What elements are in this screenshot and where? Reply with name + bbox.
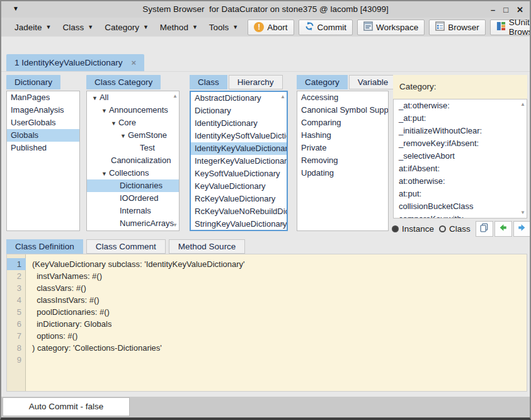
tab-dictionary[interactable]: Dictionary [6, 75, 60, 89]
code-line[interactable]: 5 poolDictionaries: #() [7, 306, 527, 318]
list-item[interactable]: Updating [297, 167, 388, 179]
scroll-down-icon[interactable]: ▼ [280, 222, 285, 228]
expand-arrow-icon[interactable]: ▼ [120, 130, 126, 142]
class-definition-editor[interactable]: 1 (KeyValueDictionary subclass: 'Identit… [6, 254, 527, 392]
method-item[interactable]: at:ifAbsent: [394, 162, 527, 175]
editor-tabs: Class Definition Class Comment Method So… [6, 237, 245, 254]
category-list: Accessing Canonical Symbol Support Compa… [297, 91, 389, 231]
menu-jadeite[interactable]: Jadeite ▼ [9, 18, 57, 37]
list-item[interactable]: Accessing [297, 91, 388, 104]
list-item[interactable]: Hashing [297, 129, 388, 142]
scroll-down-icon[interactable]: ▼ [520, 210, 525, 216]
list-item[interactable]: KeyValueDictionary [191, 180, 287, 193]
method-item[interactable]: at:put: [394, 188, 527, 200]
tree-item[interactable]: ▼Core [87, 116, 179, 129]
expand-arrow-icon[interactable]: ▼ [101, 105, 107, 116]
tab-class-category[interactable]: Class Category [86, 75, 161, 89]
forward-button[interactable] [513, 221, 531, 237]
code-line[interactable]: 8 ) category: 'Collections-Dictionaries' [7, 342, 527, 354]
scroll-up-icon[interactable]: ▲ [173, 93, 178, 99]
scroll-down-icon[interactable]: ▼ [173, 222, 178, 229]
list-item[interactable]: UserGlobals [7, 116, 79, 129]
list-item[interactable]: IdentityKeySoftValueDictionary [191, 130, 287, 142]
minimize-button[interactable]: – [491, 5, 495, 14]
list-item[interactable]: Canonical Symbol Support [297, 104, 388, 116]
method-item[interactable]: collisionBucketClass [394, 200, 527, 213]
browser-button[interactable]: Browser [429, 20, 486, 35]
browser-tab-identitykeyvaluedictionary[interactable]: 1 IdentityKeyValueDictionary × [6, 54, 144, 71]
sunit-browser-button[interactable]: SUnit Browser [490, 20, 531, 35]
menu-class[interactable]: Class ▼ [57, 18, 99, 37]
tab-variable[interactable]: Variable [349, 75, 397, 89]
code-line[interactable]: 4 classInstVars: #() [7, 294, 527, 306]
list-item[interactable]: ManPages [7, 91, 79, 104]
method-item[interactable]: _removeKey:ifAbsent: [394, 137, 527, 150]
tree-item[interactable]: ▼GemStone [87, 129, 179, 142]
tree-item-selected[interactable]: Dictionaries [87, 179, 179, 192]
code-line[interactable]: 1 (KeyValueDictionary subclass: 'Identit… [7, 258, 527, 270]
method-item[interactable]: compareKey:with: [394, 213, 527, 219]
line-number: 3 [7, 282, 26, 294]
close-button[interactable]: ✕ [517, 5, 523, 14]
code-line[interactable]: 7 options: #() [7, 330, 527, 342]
copy-button[interactable] [476, 221, 493, 237]
instance-radio[interactable] [392, 225, 399, 232]
maximize-button[interactable]: □ [503, 5, 508, 14]
code-line[interactable]: 2 instVarNames: #() [7, 270, 527, 282]
tree-item[interactable]: IOOrdered [87, 192, 179, 205]
list-item[interactable]: Removing [297, 154, 388, 167]
workspace-button[interactable]: Workspace [357, 20, 425, 35]
line-number: 7 [7, 330, 26, 342]
method-item[interactable]: _initializeWithoutClear: [394, 125, 527, 137]
abort-button[interactable]: ! Abort [248, 20, 294, 35]
list-item[interactable]: IdentityDictionary [191, 117, 287, 130]
tree-item[interactable]: ▼Collections [87, 167, 179, 179]
tree-item[interactable]: Test [87, 142, 179, 154]
tree-item[interactable]: Internals [87, 205, 179, 217]
list-item[interactable]: RcKeyValueDictionary [191, 193, 287, 205]
title-bar: ▼ System Browser for DataCurator on ston… [1, 1, 530, 18]
list-item-selected[interactable]: IdentityKeyValueDictionary [191, 142, 287, 155]
list-item[interactable]: Dictionary [191, 105, 287, 117]
tree-item[interactable]: ▼All [87, 91, 179, 104]
tab-close-icon[interactable]: × [132, 58, 137, 67]
tree-item[interactable]: Canonicalization [87, 154, 179, 167]
tree-item[interactable]: ▼Announcements [87, 104, 179, 116]
list-item[interactable]: IntegerKeyValueDictionary [191, 155, 287, 167]
list-item[interactable]: StringKeyValueDictionary [191, 218, 287, 230]
menu-category[interactable]: Category ▼ [99, 18, 154, 37]
tab-class-definition[interactable]: Class Definition [6, 239, 83, 254]
tab-method-source[interactable]: Method Source [169, 239, 246, 254]
list-item[interactable]: Published [7, 142, 79, 154]
expand-arrow-icon[interactable]: ▼ [92, 92, 98, 104]
back-button[interactable] [494, 221, 512, 237]
list-item[interactable]: AbstractDictionary [191, 92, 287, 105]
tab-class-comment[interactable]: Class Comment [86, 239, 166, 254]
list-item[interactable]: ImageAnalysis [7, 104, 79, 116]
code-line[interactable]: 9 [7, 354, 527, 366]
expand-arrow-icon[interactable]: ▼ [101, 167, 107, 179]
scroll-up-icon[interactable]: ▲ [280, 94, 285, 100]
menu-tools[interactable]: Tools ▼ [203, 18, 244, 37]
class-radio[interactable] [439, 225, 446, 232]
list-item-selected[interactable]: Globals [7, 129, 79, 142]
abort-icon: ! [254, 22, 264, 32]
method-item[interactable]: _at:otherwise: [394, 99, 527, 112]
tab-class[interactable]: Class [190, 75, 227, 89]
method-item[interactable]: _selectiveAbort [394, 150, 527, 162]
list-item[interactable]: RcKeyValueNoRebuildDictionary [191, 205, 287, 218]
menu-method[interactable]: Method ▼ [154, 18, 203, 37]
code-line[interactable]: 3 classVars: #() [7, 282, 527, 294]
method-item[interactable]: _at:put: [394, 112, 527, 125]
list-item[interactable]: KeySoftValueDictionary [191, 167, 287, 180]
list-item[interactable]: Private [297, 142, 388, 154]
tab-hierarchy[interactable]: Hierarchy [229, 75, 283, 89]
scroll-up-icon[interactable]: ▲ [520, 101, 525, 108]
method-item[interactable]: at:otherwise: [394, 175, 527, 188]
list-item[interactable]: Comparing [297, 116, 388, 129]
commit-button[interactable]: Commit [299, 20, 353, 35]
expand-arrow-icon[interactable]: ▼ [111, 117, 117, 129]
tab-category[interactable]: Category [297, 75, 348, 89]
tree-item[interactable]: NumericArrays [87, 217, 179, 230]
code-line[interactable]: 6 inDictionary: Globals [7, 318, 527, 330]
